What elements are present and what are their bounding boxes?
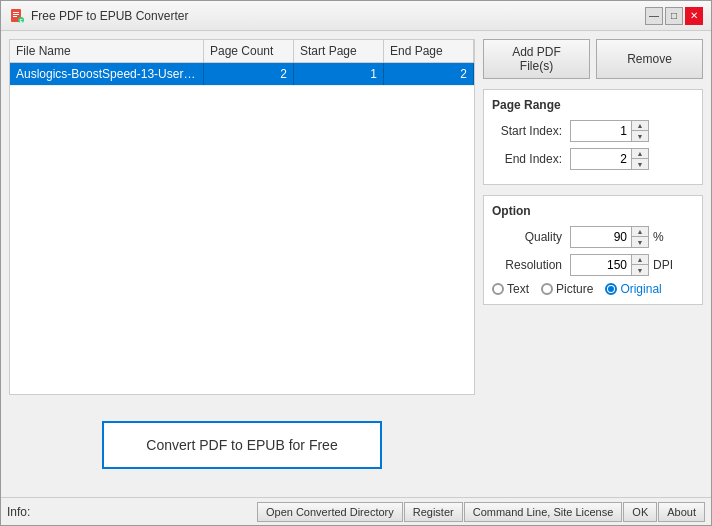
resolution-input[interactable] — [571, 255, 631, 275]
radio-original[interactable]: Original — [605, 282, 661, 296]
table-body: Auslogics-BoostSpeed-13-User-Guide.pdf 2… — [10, 63, 474, 394]
svg-rect-3 — [13, 16, 17, 17]
radio-text-circle — [492, 283, 504, 295]
start-index-down[interactable]: ▼ — [632, 131, 648, 141]
cell-filename: Auslogics-BoostSpeed-13-User-Guide.pdf — [10, 63, 204, 85]
remove-button[interactable]: Remove — [596, 39, 703, 79]
end-index-down[interactable]: ▼ — [632, 159, 648, 169]
main-window: E Free PDF to EPUB Converter — □ ✕ File … — [0, 0, 712, 526]
command-line-button[interactable]: Command Line, Site License — [464, 502, 623, 522]
end-index-spinbox[interactable]: ▲ ▼ — [570, 148, 649, 170]
end-index-row: End Index: ▲ ▼ — [492, 148, 694, 170]
radio-original-circle — [605, 283, 617, 295]
radio-picture[interactable]: Picture — [541, 282, 593, 296]
page-range-section: Page Range Start Index: ▲ ▼ End Index: — [483, 89, 703, 185]
ok-button[interactable]: OK — [623, 502, 657, 522]
svg-rect-1 — [13, 12, 19, 13]
resolution-down[interactable]: ▼ — [632, 265, 648, 275]
table-header: File Name Page Count Start Page End Page — [10, 40, 474, 63]
start-index-label: Start Index: — [492, 124, 562, 138]
col-endpage: End Page — [384, 40, 474, 62]
start-index-row: Start Index: ▲ ▼ — [492, 120, 694, 142]
start-index-up[interactable]: ▲ — [632, 121, 648, 131]
cell-endpage: 2 — [384, 63, 474, 85]
col-startpage: Start Page — [294, 40, 384, 62]
table-row[interactable]: Auslogics-BoostSpeed-13-User-Guide.pdf 2… — [10, 63, 474, 86]
radio-original-dot — [608, 286, 614, 292]
minimize-button[interactable]: — — [645, 7, 663, 25]
svg-rect-2 — [13, 14, 19, 15]
resolution-row: Resolution ▲ ▼ DPI — [492, 254, 694, 276]
quality-arrows: ▲ ▼ — [631, 227, 648, 247]
end-index-up[interactable]: ▲ — [632, 149, 648, 159]
resolution-unit: DPI — [653, 258, 673, 272]
right-panel: Add PDF File(s) Remove Page Range Start … — [483, 39, 703, 489]
maximize-button[interactable]: □ — [665, 7, 683, 25]
quality-input[interactable] — [571, 227, 631, 247]
resolution-up[interactable]: ▲ — [632, 255, 648, 265]
quality-spinbox[interactable]: ▲ ▼ — [570, 226, 649, 248]
add-pdf-button[interactable]: Add PDF File(s) — [483, 39, 590, 79]
quality-row: Quality ▲ ▼ % — [492, 226, 694, 248]
title-bar-left: E Free PDF to EPUB Converter — [9, 8, 188, 24]
register-button[interactable]: Register — [404, 502, 463, 522]
resolution-spinbox[interactable]: ▲ ▼ — [570, 254, 649, 276]
cell-pagecount: 2 — [204, 63, 294, 85]
option-section: Option Quality ▲ ▼ % Resolution — [483, 195, 703, 305]
top-buttons: Add PDF File(s) Remove — [483, 39, 703, 79]
status-buttons: Open Converted Directory Register Comman… — [257, 502, 705, 522]
radio-picture-label: Picture — [556, 282, 593, 296]
quality-down[interactable]: ▼ — [632, 237, 648, 247]
radio-text[interactable]: Text — [492, 282, 529, 296]
left-panel: File Name Page Count Start Page End Page… — [9, 39, 475, 489]
quality-label: Quality — [492, 230, 562, 244]
empty-area — [483, 315, 703, 489]
resolution-arrows: ▲ ▼ — [631, 255, 648, 275]
title-bar: E Free PDF to EPUB Converter — □ ✕ — [1, 1, 711, 31]
radio-picture-circle — [541, 283, 553, 295]
resolution-label: Resolution — [492, 258, 562, 272]
convert-btn-area: Convert PDF to EPUB for Free — [9, 401, 475, 489]
about-button[interactable]: About — [658, 502, 705, 522]
radio-original-label: Original — [620, 282, 661, 296]
end-index-input[interactable] — [571, 149, 631, 169]
page-range-title: Page Range — [492, 98, 694, 112]
start-index-arrows: ▲ ▼ — [631, 121, 648, 141]
quality-up[interactable]: ▲ — [632, 227, 648, 237]
col-pagecount: Page Count — [204, 40, 294, 62]
radio-row: Text Picture Original — [492, 282, 694, 296]
main-content: File Name Page Count Start Page End Page… — [1, 31, 711, 497]
app-icon: E — [9, 8, 25, 24]
radio-text-label: Text — [507, 282, 529, 296]
close-button[interactable]: ✕ — [685, 7, 703, 25]
end-index-arrows: ▲ ▼ — [631, 149, 648, 169]
cell-startpage: 1 — [294, 63, 384, 85]
status-info-label: Info: — [7, 505, 257, 519]
window-title: Free PDF to EPUB Converter — [31, 9, 188, 23]
col-filename: File Name — [10, 40, 204, 62]
start-index-spinbox[interactable]: ▲ ▼ — [570, 120, 649, 142]
title-controls: — □ ✕ — [645, 7, 703, 25]
end-index-label: End Index: — [492, 152, 562, 166]
option-title: Option — [492, 204, 694, 218]
status-bar: Info: Open Converted Directory Register … — [1, 497, 711, 525]
convert-button[interactable]: Convert PDF to EPUB for Free — [102, 421, 382, 469]
open-converted-dir-button[interactable]: Open Converted Directory — [257, 502, 403, 522]
file-table: File Name Page Count Start Page End Page… — [9, 39, 475, 395]
start-index-input[interactable] — [571, 121, 631, 141]
quality-unit: % — [653, 230, 664, 244]
